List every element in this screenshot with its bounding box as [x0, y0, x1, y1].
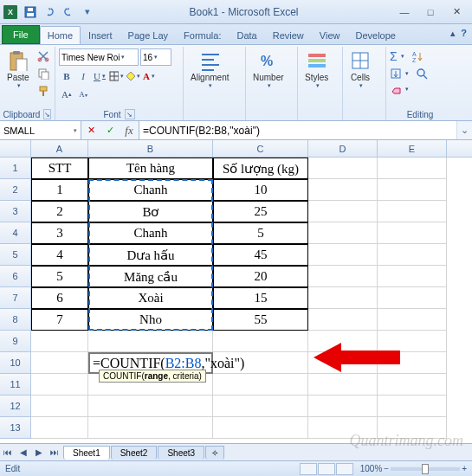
page-layout-view-icon[interactable] [318, 463, 335, 475]
zoom-level[interactable]: 100% [360, 464, 383, 473]
tab-developer[interactable]: Develope [347, 26, 403, 44]
cell[interactable]: 25 [213, 201, 308, 222]
copy-icon[interactable] [36, 66, 51, 81]
cell[interactable] [378, 244, 447, 266]
sort-icon[interactable]: AZ [410, 48, 425, 64]
cell[interactable]: Dưa hấu [88, 244, 213, 266]
cell[interactable] [378, 309, 447, 331]
expand-formula-bar-icon[interactable]: ⌄ [456, 121, 472, 139]
font-launcher[interactable]: ↘ [125, 109, 135, 119]
tab-insert[interactable]: Insert [81, 26, 120, 44]
cell[interactable]: 20 [213, 266, 308, 287]
alignment-button[interactable]: Alignment ▾ [187, 48, 232, 91]
cell[interactable]: 4 [31, 244, 88, 266]
cell[interactable]: 2 [31, 201, 88, 222]
row-header[interactable]: 4 [0, 222, 31, 244]
tab-nav-next-icon[interactable]: ▶ [31, 445, 47, 460]
autosum-button[interactable]: Σ▾ AZ [390, 48, 425, 64]
minimize-ribbon-icon[interactable]: ▴ [450, 28, 456, 39]
row-header[interactable]: 5 [0, 244, 31, 266]
row-header[interactable]: 7 [0, 287, 31, 309]
maximize-button[interactable]: □ [418, 3, 443, 21]
minimize-button[interactable]: — [392, 3, 417, 21]
shrink-font-icon[interactable]: A▾ [75, 87, 91, 102]
col-header[interactable]: A [31, 140, 88, 157]
cell[interactable]: 10 [213, 179, 308, 201]
font-size-select[interactable]: 16▾ [140, 48, 171, 66]
clear-button[interactable]: ▾ [390, 83, 409, 95]
italic-button[interactable]: I [75, 68, 91, 84]
sheet-tab-3[interactable]: Sheet3 [158, 446, 204, 460]
row-header[interactable]: 13 [0, 417, 31, 439]
cell[interactable] [213, 396, 308, 417]
tab-nav-last-icon[interactable]: ⏭ [47, 445, 62, 460]
cell[interactable]: Số lượng (kg) [213, 158, 308, 179]
tab-view[interactable]: View [312, 26, 348, 44]
zoom-slider[interactable] [391, 467, 460, 471]
undo-icon[interactable] [42, 4, 57, 20]
cell[interactable] [378, 201, 447, 222]
new-sheet-icon[interactable]: ✧ [205, 446, 224, 460]
cell[interactable]: 55 [213, 309, 308, 331]
cell[interactable] [378, 158, 447, 179]
cell[interactable]: Tên hàng [88, 158, 213, 179]
close-button[interactable]: ✕ [444, 3, 469, 21]
border-button[interactable]: ▾ [108, 68, 124, 84]
fill-color-button[interactable]: ▾ [125, 68, 140, 84]
page-break-view-icon[interactable] [336, 463, 353, 475]
format-painter-icon[interactable] [36, 83, 51, 99]
row-header[interactable]: 1 [0, 158, 31, 179]
cell[interactable]: Chanh [88, 179, 213, 201]
cell[interactable] [31, 396, 88, 417]
fx-icon[interactable]: fx [120, 121, 139, 139]
cell[interactable]: 45 [213, 244, 308, 266]
cell[interactable] [308, 244, 378, 266]
row-header[interactable]: 2 [0, 179, 31, 201]
select-all-corner[interactable] [0, 140, 31, 157]
cell[interactable]: Xoài [88, 287, 213, 309]
save-icon[interactable] [23, 4, 38, 20]
cell[interactable] [308, 374, 378, 396]
sheet-tab-2[interactable]: Sheet2 [111, 446, 158, 460]
col-header[interactable]: E [378, 140, 447, 157]
zoom-out-icon[interactable]: − [384, 464, 389, 473]
tab-review[interactable]: Review [265, 26, 312, 44]
help-icon[interactable]: ? [461, 28, 467, 39]
number-button[interactable]: % Number ▾ [249, 48, 288, 91]
cell[interactable] [213, 374, 308, 396]
cell[interactable] [308, 158, 378, 179]
cell[interactable]: 5 [213, 222, 308, 244]
name-box[interactable]: SMALL▾ [0, 121, 81, 139]
cell[interactable] [308, 201, 378, 222]
formula-bar[interactable]: =COUNTIF(B2:B8,"xoài") [139, 121, 456, 139]
row-header[interactable]: 3 [0, 201, 31, 222]
bold-button[interactable]: B [59, 68, 74, 84]
file-tab[interactable]: File [2, 25, 40, 44]
cell[interactable] [88, 331, 213, 352]
row-header[interactable]: 12 [0, 396, 31, 417]
cell[interactable] [378, 222, 447, 244]
clipboard-launcher[interactable]: ↘ [43, 109, 51, 119]
redo-icon[interactable] [61, 4, 76, 20]
cell[interactable]: 6 [31, 287, 88, 309]
cell[interactable] [308, 309, 378, 331]
cancel-formula-icon[interactable]: ✕ [81, 121, 100, 139]
tab-pagelayout[interactable]: Page Lay [120, 26, 176, 44]
tab-nav-first-icon[interactable]: ⏮ [0, 445, 16, 460]
font-color-button[interactable]: A▾ [141, 68, 157, 84]
font-name-select[interactable]: Times New Roi▾ [59, 48, 139, 66]
cell[interactable] [378, 374, 447, 396]
cell[interactable] [31, 374, 88, 396]
tab-nav-prev-icon[interactable]: ◀ [16, 445, 31, 460]
row-header[interactable]: 11 [0, 374, 31, 396]
cut-icon[interactable] [36, 48, 51, 64]
cell[interactable] [378, 179, 447, 201]
underline-button[interactable]: U▾ [92, 68, 107, 84]
cell[interactable]: Măng cầu [88, 266, 213, 287]
row-header[interactable]: 9 [0, 331, 31, 352]
cell[interactable] [308, 417, 378, 439]
cell[interactable] [308, 179, 378, 201]
tab-home[interactable]: Home [40, 26, 81, 44]
tab-formulas[interactable]: Formula: [176, 26, 229, 44]
cell[interactable] [31, 417, 88, 439]
